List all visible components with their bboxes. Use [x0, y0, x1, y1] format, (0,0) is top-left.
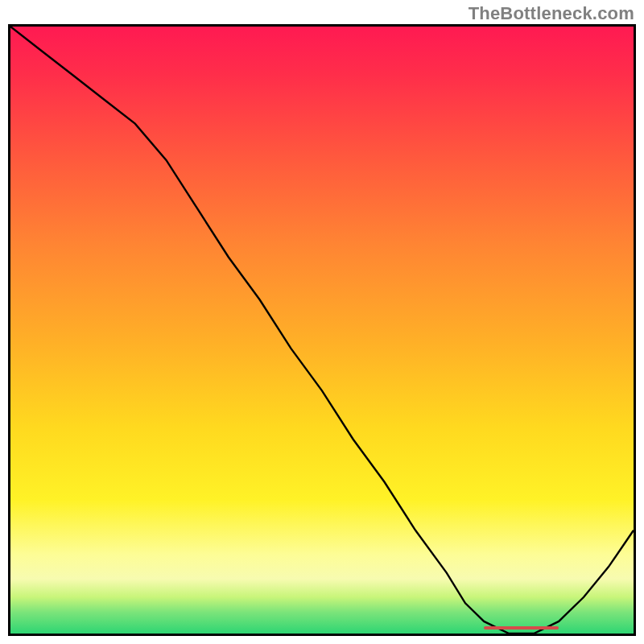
bottleneck-line	[10, 27, 634, 634]
figure-container: TheBottleneck.com	[0, 0, 644, 644]
curve-path	[10, 27, 634, 634]
plot-area	[8, 24, 636, 636]
valley-marker	[484, 626, 559, 630]
watermark-label: TheBottleneck.com	[469, 3, 634, 24]
